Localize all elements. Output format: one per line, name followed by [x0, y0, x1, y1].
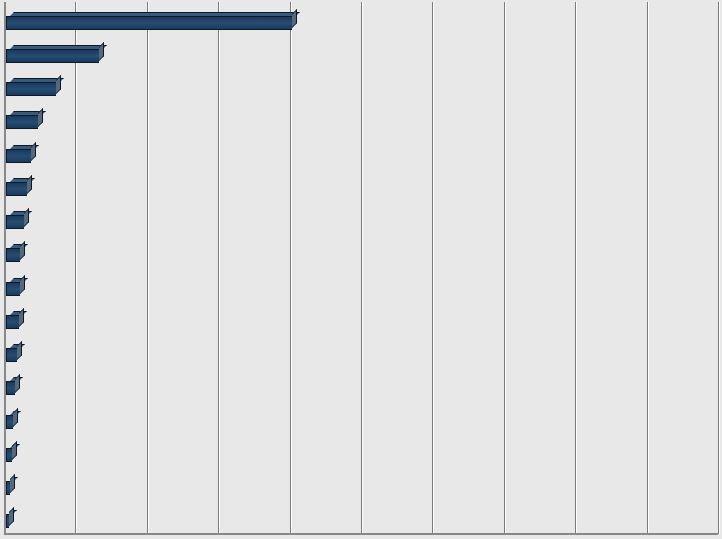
bar-side-face — [31, 142, 36, 161]
bar-front — [6, 115, 38, 129]
gridline — [75, 2, 77, 534]
gridline — [718, 2, 720, 534]
bar-side-face — [20, 241, 25, 260]
bar — [6, 78, 62, 96]
bar-front — [6, 514, 9, 528]
bar-side-face — [27, 175, 32, 194]
gridline — [432, 2, 434, 534]
bar-front — [6, 149, 31, 163]
bar — [6, 278, 26, 296]
plot-area — [2, 2, 720, 537]
gridline — [504, 2, 506, 534]
bar — [6, 510, 15, 528]
bar — [6, 444, 18, 462]
bar — [6, 145, 37, 163]
bar-front — [6, 348, 17, 362]
gridline — [647, 2, 649, 534]
bar-front — [6, 215, 24, 229]
bar — [6, 45, 105, 63]
bar-front — [6, 248, 20, 262]
bar-front — [6, 381, 15, 395]
bar-side-face — [9, 507, 14, 526]
bar-front — [6, 16, 292, 30]
bar — [6, 377, 21, 395]
bar-front — [6, 49, 99, 63]
chart-area — [2, 2, 720, 537]
bar — [6, 178, 33, 196]
gridline — [575, 2, 577, 534]
bar-side-face — [15, 374, 20, 393]
bar — [6, 477, 16, 495]
bar-front — [6, 448, 12, 462]
bar-side-face — [10, 474, 15, 493]
bar-side-face — [56, 75, 61, 94]
gridline — [147, 2, 149, 534]
bar-side-face — [13, 408, 18, 427]
bar-side-face — [17, 341, 22, 360]
gridline — [361, 2, 363, 534]
bar-side-face — [38, 108, 43, 127]
bar-front — [6, 415, 13, 429]
bar — [6, 344, 23, 362]
gridline — [290, 2, 292, 534]
bar-side-face — [20, 275, 25, 294]
bar — [6, 311, 25, 329]
bar — [6, 211, 30, 229]
bar — [6, 111, 44, 129]
bar-front — [6, 182, 27, 196]
bar — [6, 411, 19, 429]
bar-side-face — [24, 208, 29, 227]
bar — [6, 244, 26, 262]
bar-side-face — [12, 441, 17, 460]
x-axis-baseline — [4, 533, 718, 535]
bar — [6, 12, 298, 30]
bar-front — [6, 315, 19, 329]
bar-front — [6, 481, 10, 495]
bar-front — [6, 282, 20, 296]
bar-side-face — [19, 308, 24, 327]
bar-front — [6, 82, 56, 96]
gridline — [218, 2, 220, 534]
bar-side-face — [99, 42, 104, 61]
